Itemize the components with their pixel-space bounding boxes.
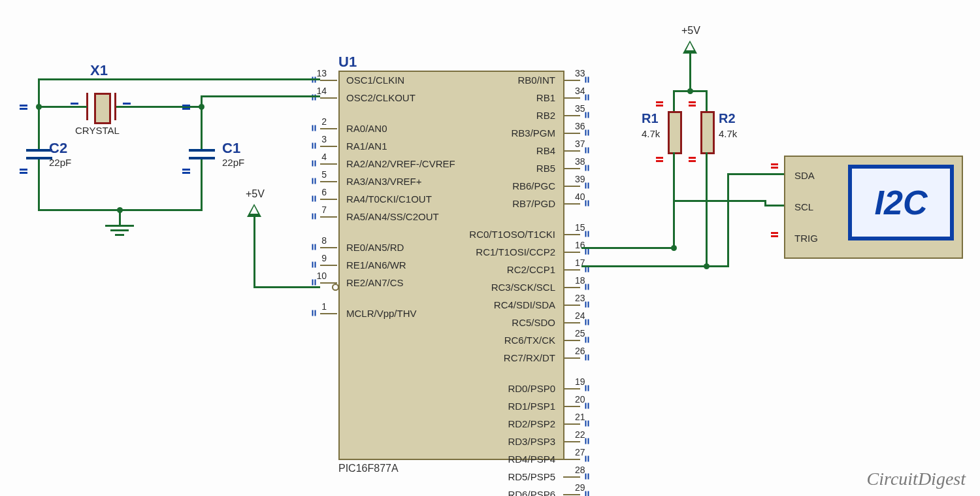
pin-label: RA4/T0CKI/C1OUT: [346, 193, 432, 205]
pin-stub: [320, 181, 337, 182]
wire-osc2: [201, 95, 320, 97]
pin-stub: [320, 265, 337, 266]
ic-part-number: PIC16F877A: [338, 463, 399, 474]
pin-stub: [563, 423, 580, 425]
wire: [38, 106, 87, 108]
pin-number: 39: [575, 174, 585, 184]
pin-label: OSC1/CLKIN: [346, 74, 404, 86]
pin-number: 9: [307, 253, 327, 263]
pin-number: 15: [575, 222, 585, 233]
pin-number: 33: [575, 68, 585, 78]
junction-node: [687, 88, 693, 94]
pin-label: RA5/AN4/SS/C2OUT: [346, 211, 439, 222]
pin-number: 21: [575, 412, 585, 422]
pin-label: RC0/T1OSO/T1CKI: [425, 229, 555, 240]
pin-label: RC1/T1OSI/CCP2: [425, 246, 555, 257]
r2-val: 4.7k: [719, 128, 737, 139]
pin-label: RC2/CCP1: [425, 264, 555, 275]
pin-stub: [563, 494, 580, 495]
pin-number: 34: [575, 86, 585, 96]
pin-number: 4: [307, 152, 327, 162]
wire: [706, 90, 708, 111]
pin-number: 13: [307, 68, 327, 78]
pin-stub: [563, 459, 580, 460]
pin-stub: [563, 441, 580, 442]
wire: [201, 159, 203, 209]
pin-number: 5: [307, 169, 327, 180]
pin-label: RB4: [425, 145, 555, 156]
pin-label: MCLR/Vpp/THV: [346, 308, 417, 319]
pin-label: RC4/SDI/SDA: [425, 299, 555, 310]
pin-number: 19: [575, 376, 585, 387]
pin-stub: [563, 340, 580, 341]
wire: [38, 78, 40, 107]
inversion-bubble-icon: [332, 284, 339, 291]
pin-stub: [563, 322, 580, 323]
pin-label: RB2: [425, 110, 555, 121]
pin-stub: [563, 388, 580, 389]
junction-node: [117, 207, 123, 213]
pin-number: 36: [575, 121, 585, 131]
pin-stub: [563, 150, 580, 152]
c1-ref: C1: [222, 140, 240, 157]
junction-node: [199, 104, 204, 110]
pin-stub: [563, 476, 580, 478]
wire: [689, 52, 691, 92]
wire-sda: [581, 265, 708, 267]
pin-stub: [320, 146, 337, 147]
pin-number: 1: [307, 301, 327, 312]
pin-label: RB1: [425, 92, 555, 103]
pin-stub: [563, 406, 580, 407]
crystal-value: CRYSTAL: [75, 125, 120, 136]
pin-label: RC3/SCK/SCL: [425, 282, 555, 293]
cap-c1-plate-top: [189, 149, 215, 152]
pin-stub: [320, 216, 337, 218]
pin-label: RB6/PGC: [425, 180, 555, 191]
pin-number: 8: [307, 235, 327, 246]
wire: [38, 106, 40, 149]
ground-symbol: [105, 225, 134, 236]
power-arrow-icon: [247, 204, 261, 217]
pin-number: 25: [575, 328, 585, 339]
pin-number: 26: [575, 346, 585, 356]
pin-label: RB0/INT: [425, 74, 555, 86]
pin-label: RD5/PSP5: [425, 471, 555, 482]
wire: [727, 173, 784, 175]
pin-stub: [320, 80, 337, 81]
power-arrow-icon: [683, 41, 697, 54]
watermark: CircuitDigest: [867, 469, 966, 489]
crystal-body: [94, 93, 111, 124]
pin-stub: [563, 357, 580, 359]
pin-label: RD6/PSP6: [425, 489, 555, 496]
pin-label: RA0/AN0: [346, 123, 387, 134]
wire: [764, 205, 784, 207]
r1-val: 4.7k: [642, 128, 660, 139]
pin-stub: [563, 133, 580, 134]
pin-stub: [563, 203, 580, 205]
wire: [706, 265, 729, 267]
pin-label: RB7/PGD: [425, 198, 555, 209]
cap-c2-plate-top: [26, 149, 52, 152]
pin-label: RD1/PSP1: [425, 401, 555, 412]
i2c-module: SDA SCL TRIG I2C: [784, 156, 963, 259]
pin-stub: [563, 305, 580, 306]
wire: [706, 152, 708, 267]
i2c-pin-scl: SCL: [794, 201, 813, 212]
pin-number: 20: [575, 394, 585, 405]
pin-label: RE1/AN6/WR: [346, 259, 406, 271]
r1-ref: R1: [642, 111, 659, 126]
wire: [727, 173, 729, 267]
pin-number: 6: [307, 187, 327, 197]
wire: [673, 90, 675, 111]
pin-stub: [563, 252, 580, 253]
resistor-r2: [700, 111, 715, 154]
pin-stub: [563, 269, 580, 271]
pin-stub: [563, 186, 580, 187]
pin-number: 3: [307, 134, 327, 144]
pin-number: 18: [575, 275, 585, 286]
pin-number: 37: [575, 139, 585, 149]
pin-stub: [320, 199, 337, 200]
junction-node: [36, 104, 42, 110]
pin-label: RA1/AN1: [346, 141, 387, 152]
power-5v-label-2: +5V: [681, 25, 700, 37]
